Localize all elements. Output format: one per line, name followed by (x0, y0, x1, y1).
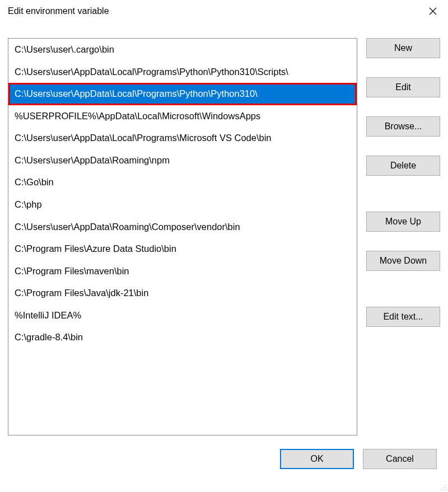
path-list-item[interactable]: C:\Users\user\AppData\Local\Programs\Pyt… (8, 61, 357, 83)
svg-point-3 (443, 487, 444, 488)
edit-env-var-dialog: Edit environment variable C:\Users\user\… (0, 0, 448, 492)
path-list-item[interactable]: C:\Users\user\.cargo\bin (8, 39, 357, 61)
browse-button[interactable]: Browse... (366, 116, 440, 137)
new-button[interactable]: New (366, 38, 440, 58)
path-list-item[interactable]: C:\Users\user\AppData\Local\Programs\Pyt… (8, 83, 357, 105)
svg-point-6 (443, 489, 444, 490)
path-listbox[interactable]: C:\Users\user\.cargo\binC:\Users\user\Ap… (8, 38, 357, 435)
svg-point-7 (445, 489, 446, 490)
close-icon[interactable] (428, 6, 438, 16)
path-list-item[interactable]: C:\Program Files\maven\bin (8, 260, 357, 283)
path-list-item[interactable]: C:\gradle-8.4\bin (8, 326, 357, 349)
path-list-item[interactable]: C:\Users\user\AppData\Roaming\npm (8, 149, 357, 172)
path-list-item[interactable]: C:\php (8, 194, 357, 216)
edit-button[interactable]: Edit (366, 77, 440, 97)
path-list-item[interactable]: C:\Users\user\AppData\Roaming\Composer\v… (8, 216, 357, 238)
dialog-content: C:\Users\user\.cargo\binC:\Users\user\Ap… (0, 22, 448, 492)
resize-grip-icon[interactable] (439, 483, 447, 491)
svg-point-5 (441, 489, 442, 490)
main-row: C:\Users\user\.cargo\binC:\Users\user\Ap… (8, 22, 440, 435)
ok-button[interactable]: OK (280, 449, 354, 469)
dialog-footer: OK Cancel (8, 435, 440, 469)
cancel-button[interactable]: Cancel (363, 449, 437, 469)
delete-button[interactable]: Delete (366, 156, 440, 176)
svg-point-2 (445, 485, 446, 486)
window-title: Edit environment variable (8, 6, 109, 16)
svg-point-4 (445, 487, 446, 488)
move-up-button[interactable]: Move Up (366, 212, 440, 232)
path-list-item[interactable]: %IntelliJ IDEA% (8, 304, 357, 327)
path-list-item[interactable]: C:\Program Files\Azure Data Studio\bin (8, 238, 357, 260)
path-list-item[interactable]: C:\Users\user\AppData\Local\Programs\Mic… (8, 127, 357, 149)
path-list-item[interactable]: %USERPROFILE%\AppData\Local\Microsoft\Wi… (8, 105, 357, 128)
path-list-item[interactable]: C:\Program Files\Java\jdk-21\bin (8, 282, 357, 304)
side-button-column: New Edit Browse... Delete Move Up Move D… (366, 38, 440, 435)
path-list-item[interactable]: C:\Go\bin (8, 171, 357, 194)
titlebar: Edit environment variable (0, 0, 448, 22)
move-down-button[interactable]: Move Down (366, 251, 440, 271)
edit-text-button[interactable]: Edit text... (366, 307, 440, 327)
